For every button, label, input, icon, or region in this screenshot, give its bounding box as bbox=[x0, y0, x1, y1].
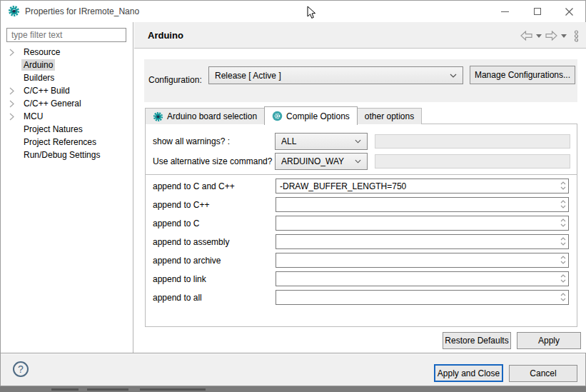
configuration-label: Configuration: bbox=[148, 75, 202, 85]
sidebar-item-cpp-build[interactable]: C/C++ Build bbox=[1, 84, 132, 97]
scroll-arrows-icon[interactable] bbox=[559, 216, 567, 229]
page-buttons-row: Restore Defaults Apply bbox=[443, 332, 581, 349]
append-c-input[interactable] bbox=[276, 216, 569, 231]
page-header: Arduino bbox=[134, 22, 586, 49]
minimize-icon bbox=[501, 11, 509, 12]
sloeber-gear-icon bbox=[8, 5, 20, 17]
mouse-cursor bbox=[307, 6, 316, 21]
tab-bar: Arduino board selection Compile Options … bbox=[145, 106, 422, 124]
chevron-down-icon bbox=[450, 74, 457, 78]
scroll-arrows-icon[interactable] bbox=[559, 253, 567, 266]
chevron-right-icon bbox=[9, 49, 14, 56]
compile-options-panel: show all warnings? : ALL Use alternative… bbox=[145, 124, 577, 327]
sidebar-item-label: Builders bbox=[21, 72, 56, 84]
window-title: Properties for IRremote_Nano bbox=[25, 6, 139, 16]
sidebar-item-cpp-general[interactable]: C/C++ General bbox=[1, 97, 132, 110]
tab-label: other options bbox=[365, 111, 414, 121]
back-dropdown-icon[interactable] bbox=[536, 34, 542, 38]
append-assembly-field-wrap bbox=[276, 234, 569, 249]
warnings-value: ALL bbox=[281, 136, 355, 146]
size-command-extra-field bbox=[375, 154, 570, 169]
sidebar-item-arduino[interactable]: Arduino bbox=[1, 59, 132, 71]
tab-other-options[interactable]: other options bbox=[357, 108, 422, 124]
background-window-remnant bbox=[87, 388, 128, 391]
configuration-group: Configuration: Release [ Active ] Manage… bbox=[144, 59, 577, 102]
forward-icon[interactable] bbox=[545, 31, 557, 41]
gear-circle-icon bbox=[272, 111, 283, 121]
help-button[interactable]: ? bbox=[13, 361, 29, 377]
sidebar-item-mcu[interactable]: MCU bbox=[1, 110, 132, 123]
append-assembly-input[interactable] bbox=[276, 234, 569, 249]
append-cpp-field-wrap bbox=[276, 197, 569, 212]
chevron-down-icon bbox=[355, 159, 361, 164]
back-icon[interactable] bbox=[520, 31, 532, 41]
properties-tree: Resource Arduino Builders C/C++ Build C/… bbox=[1, 46, 132, 161]
screen: Properties for IRremote_Nano Resource Ar… bbox=[0, 0, 586, 392]
sidebar-item-label: Arduino bbox=[21, 59, 55, 71]
manage-configurations-button[interactable]: Manage Configurations... bbox=[470, 66, 575, 84]
append-link-field-wrap bbox=[276, 271, 569, 286]
sidebar-item-label: MCU bbox=[21, 111, 45, 122]
sidebar-item-resource[interactable]: Resource bbox=[1, 46, 132, 59]
sidebar-item-project-natures[interactable]: Project Natures bbox=[1, 123, 132, 136]
page-nav bbox=[520, 30, 580, 41]
sidebar: Resource Arduino Builders C/C++ Build C/… bbox=[1, 22, 133, 353]
forward-dropdown-icon[interactable] bbox=[561, 34, 567, 38]
size-command-value: ARDUINO_WAY bbox=[281, 156, 355, 166]
sidebar-item-label: Project References bbox=[21, 136, 98, 148]
tab-compile-options[interactable]: Compile Options bbox=[264, 106, 358, 125]
maximize-button[interactable] bbox=[521, 1, 553, 22]
sidebar-item-label: C/C++ General bbox=[21, 98, 84, 109]
restore-defaults-button[interactable]: Restore Defaults bbox=[443, 332, 511, 349]
scroll-arrows-icon[interactable] bbox=[559, 272, 567, 285]
append-cpp-input[interactable] bbox=[276, 197, 569, 212]
scroll-arrows-icon[interactable] bbox=[559, 235, 567, 248]
append-c-label: append to C bbox=[153, 218, 199, 228]
filter-input[interactable] bbox=[6, 28, 126, 42]
append-all-input[interactable] bbox=[276, 290, 569, 305]
close-button[interactable] bbox=[553, 1, 585, 22]
append-c-cpp-input[interactable] bbox=[276, 179, 569, 194]
append-c-cpp-field-wrap bbox=[276, 179, 569, 194]
append-link-label: append to link bbox=[153, 274, 206, 284]
configuration-select[interactable]: Release [ Active ] bbox=[208, 66, 463, 84]
minimize-button[interactable] bbox=[489, 1, 521, 22]
properties-dialog: Properties for IRremote_Nano Resource Ar… bbox=[0, 0, 586, 386]
append-all-field-wrap bbox=[276, 290, 569, 305]
background-window-remnant bbox=[51, 388, 79, 391]
apply-and-close-button[interactable]: Apply and Close bbox=[434, 364, 503, 382]
append-c-field-wrap bbox=[276, 216, 569, 231]
append-cpp-label: append to C++ bbox=[153, 200, 209, 210]
scroll-arrows-icon[interactable] bbox=[559, 198, 567, 211]
append-archive-label: append to archive bbox=[153, 256, 221, 266]
cancel-button[interactable]: Cancel bbox=[509, 365, 577, 382]
scroll-arrows-icon[interactable] bbox=[559, 291, 567, 303]
tab-arduino-board-selection[interactable]: Arduino board selection bbox=[145, 108, 265, 124]
scroll-arrows-icon[interactable] bbox=[559, 179, 567, 192]
sidebar-item-run-debug-settings[interactable]: Run/Debug Settings bbox=[1, 149, 132, 161]
title-bar: Properties for IRremote_Nano bbox=[1, 1, 585, 22]
maximize-icon bbox=[534, 8, 541, 15]
apply-button[interactable]: Apply bbox=[517, 332, 581, 349]
warnings-extra-field bbox=[375, 134, 570, 149]
chevron-right-icon bbox=[9, 113, 14, 121]
size-command-select[interactable]: ARDUINO_WAY bbox=[275, 153, 368, 170]
background-window-strip bbox=[0, 387, 586, 392]
warnings-select[interactable]: ALL bbox=[275, 133, 368, 150]
sidebar-item-builders[interactable]: Builders bbox=[1, 71, 132, 84]
append-archive-input[interactable] bbox=[276, 253, 569, 268]
section-divider bbox=[146, 174, 577, 175]
append-assembly-label: append to assembly bbox=[153, 237, 229, 247]
gear-icon bbox=[153, 111, 163, 122]
sidebar-item-label: C/C++ Build bbox=[21, 85, 72, 96]
warnings-label: show all warnings? : bbox=[153, 136, 230, 146]
view-menu-icon[interactable] bbox=[573, 30, 580, 42]
chevron-right-icon bbox=[9, 100, 14, 108]
append-archive-field-wrap bbox=[276, 253, 569, 268]
dialog-button-bar: ? Apply and Close Cancel bbox=[1, 353, 585, 386]
chevron-right-icon bbox=[9, 87, 14, 95]
sidebar-item-label: Run/Debug Settings bbox=[21, 149, 102, 161]
sidebar-item-project-references[interactable]: Project References bbox=[1, 136, 132, 149]
append-c-cpp-label: append to C and C++ bbox=[153, 181, 235, 191]
append-link-input[interactable] bbox=[276, 271, 569, 286]
